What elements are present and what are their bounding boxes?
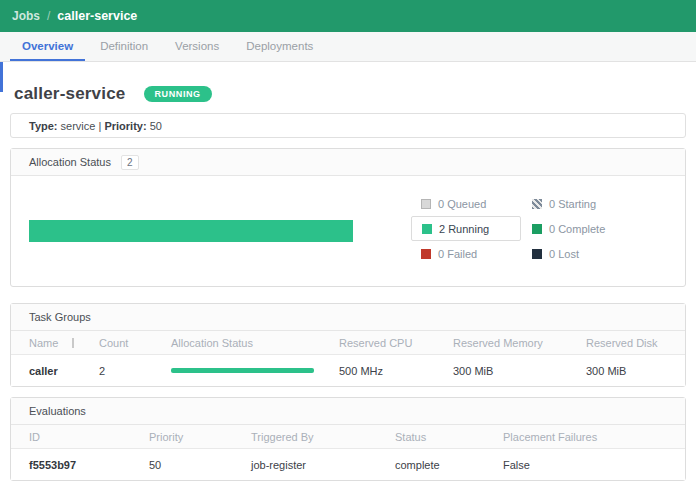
allocation-chart-area: 0 Queued 0 Starting 2 Running 0 Complete… bbox=[11, 176, 685, 286]
col-triggered-by: Triggered By bbox=[251, 431, 395, 443]
sort-icon[interactable] bbox=[72, 338, 74, 348]
evaluation-triggered-by: job-register bbox=[251, 459, 395, 471]
job-type-value: service bbox=[61, 120, 96, 132]
queued-swatch-icon bbox=[421, 199, 431, 209]
title-row: caller-service RUNNING bbox=[10, 84, 686, 104]
tab-bar: Overview Definition Versions Deployments bbox=[0, 32, 696, 62]
evaluation-row[interactable]: f5553b97 50 job-register complete False bbox=[11, 449, 685, 480]
legend-complete-label: 0 Complete bbox=[549, 223, 605, 235]
col-reserved-memory[interactable]: Reserved Memory bbox=[453, 337, 586, 349]
task-group-allocation-bar bbox=[171, 368, 314, 373]
evaluations-panel: Evaluations ID Priority Triggered By Sta… bbox=[10, 397, 686, 481]
task-group-cpu: 500 MHz bbox=[339, 365, 453, 377]
task-group-count: 2 bbox=[99, 365, 171, 377]
task-groups-column-headers: Name Count Allocation Status Reserved CP… bbox=[11, 331, 685, 355]
task-groups-header: Task Groups bbox=[11, 304, 685, 331]
tab-definition[interactable]: Definition bbox=[88, 32, 160, 61]
app-header: Jobs / caller-service bbox=[0, 0, 696, 32]
left-scrollbar-thumb[interactable] bbox=[0, 62, 3, 92]
running-allocations-bar[interactable] bbox=[29, 220, 353, 242]
task-groups-panel: Task Groups Name Count Allocation Status… bbox=[10, 303, 686, 387]
evaluations-header: Evaluations bbox=[11, 398, 685, 425]
task-group-memory: 300 MiB bbox=[453, 365, 586, 377]
breadcrumb-jobs[interactable]: Jobs bbox=[12, 9, 40, 23]
legend-running[interactable]: 2 Running bbox=[411, 216, 521, 241]
allocation-status-header: Allocation Status 2 bbox=[11, 149, 685, 176]
allocation-status-panel: Allocation Status 2 0 Queued 0 Starting … bbox=[10, 148, 686, 287]
failed-swatch-icon bbox=[421, 249, 431, 259]
legend-failed-label: 0 Failed bbox=[438, 248, 477, 260]
tab-deployments[interactable]: Deployments bbox=[234, 32, 325, 61]
col-allocation-status[interactable]: Allocation Status bbox=[171, 337, 339, 349]
tab-versions[interactable]: Versions bbox=[163, 32, 231, 61]
evaluations-title: Evaluations bbox=[29, 405, 86, 417]
col-priority: Priority bbox=[149, 431, 251, 443]
breadcrumb-current-job[interactable]: caller-service bbox=[57, 9, 137, 23]
col-status: Status bbox=[395, 431, 503, 443]
legend-complete[interactable]: 0 Complete bbox=[522, 216, 632, 241]
job-priority-value: 50 bbox=[150, 120, 162, 132]
legend-failed[interactable]: 0 Failed bbox=[411, 241, 521, 266]
breadcrumb-separator: / bbox=[47, 9, 50, 23]
legend-queued[interactable]: 0 Queued bbox=[411, 191, 521, 216]
evaluation-priority: 50 bbox=[149, 459, 251, 471]
col-reserved-disk[interactable]: Reserved Disk bbox=[586, 337, 685, 349]
allocation-status-title: Allocation Status bbox=[29, 156, 111, 168]
col-placement-failures: Placement Failures bbox=[503, 431, 685, 443]
page-title: caller-service bbox=[14, 84, 126, 104]
evaluation-status: complete bbox=[395, 459, 503, 471]
evaluation-id[interactable]: f5553b97 bbox=[29, 459, 149, 471]
main-content: caller-service RUNNING Type: service | P… bbox=[0, 84, 696, 481]
legend-starting[interactable]: 0 Starting bbox=[522, 191, 632, 216]
complete-swatch-icon bbox=[532, 224, 542, 234]
task-group-row[interactable]: caller 2 500 MHz 300 MiB 300 MiB bbox=[11, 355, 685, 386]
job-type-label: Type: bbox=[29, 120, 58, 132]
col-name[interactable]: Name bbox=[29, 337, 58, 349]
allocation-legend: 0 Queued 0 Starting 2 Running 0 Complete… bbox=[411, 191, 632, 266]
legend-running-label: 2 Running bbox=[439, 223, 489, 235]
col-count[interactable]: Count bbox=[99, 337, 171, 349]
legend-lost[interactable]: 0 Lost bbox=[522, 241, 632, 266]
evaluation-placement-failures: False bbox=[503, 459, 685, 471]
job-meta-box: Type: service | Priority: 50 bbox=[10, 113, 686, 138]
task-groups-title: Task Groups bbox=[29, 311, 91, 323]
lost-swatch-icon bbox=[532, 249, 542, 259]
evaluations-column-headers: ID Priority Triggered By Status Placemen… bbox=[11, 425, 685, 449]
running-swatch-icon bbox=[422, 224, 432, 234]
col-id: ID bbox=[29, 431, 149, 443]
allocation-count-badge: 2 bbox=[121, 155, 139, 170]
starting-swatch-icon bbox=[532, 199, 542, 209]
job-priority-label: Priority: bbox=[104, 120, 146, 132]
task-group-disk: 300 MiB bbox=[586, 365, 685, 377]
status-badge: RUNNING bbox=[144, 86, 212, 102]
col-reserved-cpu[interactable]: Reserved CPU bbox=[339, 337, 453, 349]
legend-queued-label: 0 Queued bbox=[438, 198, 486, 210]
tab-overview[interactable]: Overview bbox=[10, 32, 85, 61]
legend-starting-label: 0 Starting bbox=[549, 198, 596, 210]
task-group-name[interactable]: caller bbox=[29, 365, 99, 377]
legend-lost-label: 0 Lost bbox=[549, 248, 579, 260]
